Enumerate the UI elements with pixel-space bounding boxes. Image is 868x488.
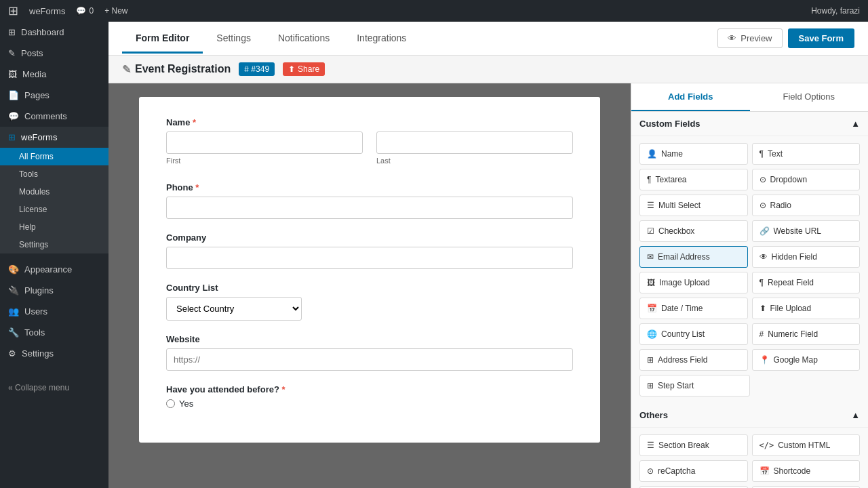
sidebar-item-posts[interactable]: ✎ Posts <box>0 43 108 64</box>
form-field-attended: Have you attended before? * Yes <box>166 384 573 409</box>
hidden-field-icon: 👁 <box>760 252 768 262</box>
dropdown-field-icon: ⊙ <box>760 175 766 184</box>
company-input[interactable] <box>166 247 573 269</box>
save-form-button[interactable]: Save Form <box>788 28 854 48</box>
field-btn-hidden-field[interactable]: 👁 Hidden Field <box>752 246 861 268</box>
field-btn-shortcode[interactable]: 📅 Shortcode <box>752 460 861 482</box>
tab-settings[interactable]: Settings <box>203 24 264 54</box>
main-content: Form Editor Settings Notifications Integ… <box>108 22 868 488</box>
field-btn-name[interactable]: 👤 Name <box>639 143 748 165</box>
country-select[interactable]: Select Country <box>166 297 302 321</box>
share-badge[interactable]: ⬆ Share <box>283 62 325 76</box>
website-input[interactable] <box>166 348 573 371</box>
tab-add-fields[interactable]: Add Fields <box>631 83 750 111</box>
topnav-actions: 👁 Preview Save Form <box>717 28 854 48</box>
form-field-phone: Phone * <box>166 182 573 219</box>
sidebar-item-license[interactable]: License <box>0 201 108 218</box>
media-icon: 🖼 <box>8 69 17 79</box>
field-btn-checkbox[interactable]: ☑ Checkbox <box>639 220 748 242</box>
field-btn-custom-html[interactable]: </> Custom HTML <box>752 434 861 456</box>
comments-icon: 💬 <box>8 111 19 121</box>
attended-yes-option[interactable]: Yes <box>166 399 573 409</box>
name-field-icon: 👤 <box>647 149 657 159</box>
sidebar-item-tools[interactable]: 🔧 Tools <box>0 322 108 343</box>
sidebar-item-dashboard[interactable]: ⊞ Dashboard <box>0 22 108 43</box>
preview-button[interactable]: 👁 Preview <box>717 28 782 48</box>
attended-yes-radio[interactable] <box>166 399 175 408</box>
field-btn-website-url[interactable]: 🔗 Website URL <box>752 220 861 242</box>
field-btn-text[interactable]: ¶ Text <box>752 143 861 165</box>
name-last-label: Last <box>376 157 573 165</box>
sidebar-item-all-forms[interactable]: All Forms <box>0 148 108 165</box>
name-first-label: First <box>166 157 363 165</box>
field-btn-step-start[interactable]: ⊞ Step Start <box>639 375 750 396</box>
field-btn-section-break[interactable]: ☰ Section Break <box>639 434 748 456</box>
field-btn-date-time[interactable]: 📅 Date / Time <box>639 298 748 319</box>
others-header[interactable]: Others ▲ <box>631 403 868 428</box>
field-btn-dropdown[interactable]: ⊙ Dropdown <box>752 169 861 190</box>
sidebar-item-comments[interactable]: 💬 Comments <box>0 106 108 127</box>
field-btn-multi-select[interactable]: ☰ Multi Select <box>639 195 748 216</box>
sidebar-item-appearance[interactable]: 🎨 Appearance <box>0 259 108 280</box>
wp-logo-icon[interactable]: ⊞ <box>8 3 18 18</box>
sidebar-item-settings-sub[interactable]: Settings <box>0 236 108 253</box>
country-list-icon: 🌐 <box>647 329 657 339</box>
attended-label: Have you attended before? * <box>166 384 573 394</box>
multi-select-field-icon: ☰ <box>647 201 654 210</box>
name-last-input[interactable] <box>376 131 573 154</box>
tab-field-options[interactable]: Field Options <box>750 83 869 111</box>
form-id-badge[interactable]: # #349 <box>239 62 275 76</box>
attended-options: Yes <box>166 399 573 409</box>
sidebar-item-plugins[interactable]: 🔌 Plugins <box>0 280 108 301</box>
right-panel: Add Fields Field Options Custom Fields ▲… <box>631 83 868 488</box>
new-content-link[interactable]: + New <box>104 6 127 16</box>
tab-integrations[interactable]: Integrations <box>343 24 420 54</box>
weforms-submenu: All Forms Tools Modules License Help Set… <box>0 148 108 253</box>
sidebar-item-help[interactable]: Help <box>0 218 108 236</box>
checkbox-field-icon: ☑ <box>647 226 654 236</box>
field-btn-email-address[interactable]: ✉ Email Address <box>639 246 748 268</box>
collapse-menu-button[interactable]: « Collapse menu <box>0 378 108 398</box>
sidebar-item-modules[interactable]: Modules <box>0 183 108 201</box>
field-btn-country-list[interactable]: 🌐 Country List <box>639 323 748 345</box>
sidebar-item-weforms[interactable]: ⊞ weForms <box>0 127 108 148</box>
tab-notifications[interactable]: Notifications <box>264 24 343 54</box>
sidebar-item-tools-sub[interactable]: Tools <box>0 165 108 183</box>
sidebar-item-settings[interactable]: ⚙ Settings <box>0 343 108 364</box>
textarea-field-icon: ¶ <box>647 175 651 184</box>
comments-link[interactable]: 💬 0 <box>76 6 94 16</box>
phone-input[interactable] <box>166 197 573 219</box>
field-btn-address-field[interactable]: ⊞ Address Field <box>639 349 748 371</box>
collapse-custom-fields-icon: ▲ <box>851 119 860 129</box>
field-btn-textarea[interactable]: ¶ Textarea <box>639 169 748 190</box>
form-field-company: Company <box>166 232 573 269</box>
radio-field-icon: ⊙ <box>760 201 766 210</box>
plugins-icon: 🔌 <box>8 285 19 296</box>
name-first-input[interactable] <box>166 131 363 154</box>
sidebar-item-media[interactable]: 🖼 Media <box>0 64 108 85</box>
collapse-icon: « <box>8 383 15 392</box>
field-btn-recaptcha[interactable]: ⊙ reCaptcha <box>639 460 748 482</box>
field-btn-google-map[interactable]: 📍 Google Map <box>752 349 861 371</box>
date-time-icon: 📅 <box>647 304 657 313</box>
appearance-icon: 🎨 <box>8 264 19 274</box>
field-btn-repeat-field[interactable]: ¶ Repeat Field <box>752 272 861 293</box>
phone-label: Phone * <box>166 182 573 192</box>
file-upload-icon: ⬆ <box>760 304 766 313</box>
field-btn-numeric-field[interactable]: # Numeric Field <box>752 323 861 345</box>
weforms-icon: ⊞ <box>8 132 16 142</box>
custom-fields-header[interactable]: Custom Fields ▲ <box>631 112 868 136</box>
sidebar-item-users[interactable]: 👥 Users <box>0 301 108 322</box>
tab-form-editor[interactable]: Form Editor <box>122 24 203 54</box>
sidebar-item-pages[interactable]: 📄 Pages <box>0 85 108 106</box>
form-field-name: Name * First Last <box>166 117 573 169</box>
custom-html-icon: </> <box>760 441 774 450</box>
form-canvas: Name * First Last <box>108 83 631 488</box>
custom-fields-section: Custom Fields ▲ 👤 Name ¶ Text ¶ Textarea <box>631 112 868 403</box>
field-btn-file-upload[interactable]: ⬆ File Upload <box>752 298 861 319</box>
form-field-country: Country List Select Country <box>166 283 573 321</box>
site-name[interactable]: weForms <box>29 6 65 16</box>
company-label: Company <box>166 232 573 243</box>
field-btn-image-upload[interactable]: 🖼 Image Upload <box>639 272 748 293</box>
field-btn-radio[interactable]: ⊙ Radio <box>752 195 861 216</box>
